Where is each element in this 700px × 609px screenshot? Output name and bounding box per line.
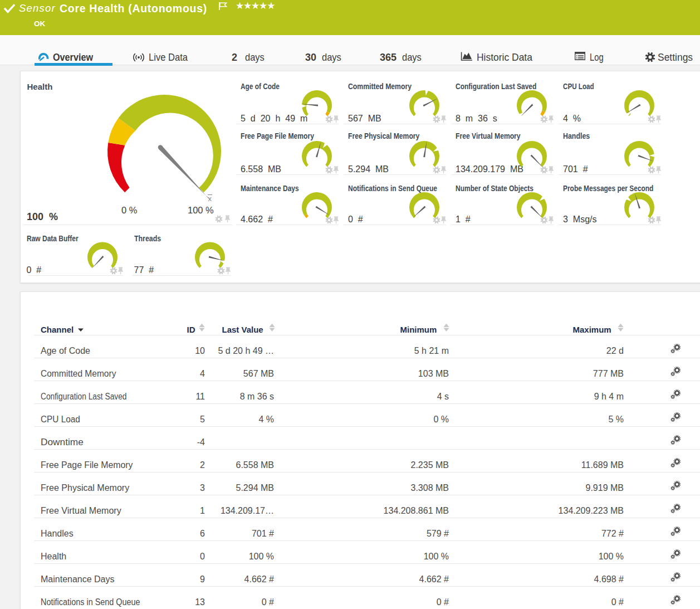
svg-text:x: x [208,194,212,203]
